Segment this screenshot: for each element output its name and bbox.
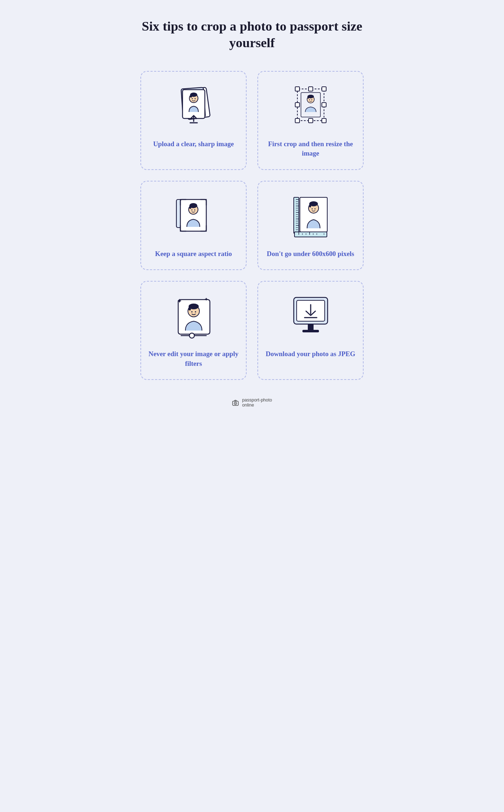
pixels-icon <box>287 192 334 243</box>
brand-text: passport-photo online <box>242 398 272 408</box>
svg-rect-49 <box>294 232 327 237</box>
card-download: Download your photo as JPEG <box>257 281 364 380</box>
svg-rect-12 <box>322 87 326 91</box>
svg-rect-15 <box>309 87 313 91</box>
svg-point-82 <box>235 403 236 404</box>
svg-rect-79 <box>302 330 319 332</box>
svg-rect-29 <box>189 206 191 209</box>
svg-point-24 <box>311 99 312 100</box>
card-pixels: Don't go under 600x600 pixels <box>257 181 364 270</box>
svg-point-73 <box>189 333 194 338</box>
svg-point-62 <box>311 208 312 209</box>
svg-point-23 <box>309 99 310 100</box>
svg-point-31 <box>194 209 195 210</box>
upload-photo-icon <box>170 82 217 133</box>
svg-point-7 <box>194 98 195 99</box>
card-4-label: Don't go under 600x600 pixels <box>267 249 354 259</box>
tips-grid: Upload a clear, sharp image <box>140 71 364 380</box>
svg-point-68 <box>191 311 193 313</box>
svg-rect-32 <box>294 197 299 233</box>
svg-point-30 <box>191 209 192 210</box>
page-title: Six tips to crop a photo to passport siz… <box>140 18 364 51</box>
card-6-label: Download your photo as JPEG <box>266 349 355 359</box>
brand-logo: passport-photo online <box>232 398 272 408</box>
footer: passport-photo online <box>140 398 364 408</box>
brand-line2: online <box>242 403 272 408</box>
svg-rect-22 <box>307 96 309 99</box>
svg-text:✦: ✦ <box>204 296 208 302</box>
card-1-label: Upload a clear, sharp image <box>153 139 234 149</box>
svg-rect-61 <box>309 204 311 207</box>
crop-resize-icon <box>287 82 334 133</box>
svg-rect-14 <box>322 118 326 123</box>
svg-point-63 <box>314 208 315 209</box>
svg-rect-17 <box>295 103 300 107</box>
no-filter-icon: ✦ ✦ <box>170 292 217 343</box>
svg-text:✦: ✦ <box>177 297 182 305</box>
page: Six tips to crop a photo to passport siz… <box>126 0 378 430</box>
download-jpeg-icon <box>287 292 334 343</box>
card-no-filter: ✦ ✦ Never edit your image or apply filte… <box>140 281 247 380</box>
svg-point-6 <box>192 98 193 99</box>
card-square-ratio: Keep a square aspect ratio <box>140 181 247 270</box>
svg-rect-18 <box>322 103 326 107</box>
card-3-label: Keep a square aspect ratio <box>155 249 232 259</box>
svg-rect-78 <box>308 324 314 331</box>
svg-rect-5 <box>190 95 192 98</box>
camera-icon <box>232 399 239 407</box>
card-upload: Upload a clear, sharp image <box>140 71 247 170</box>
card-5-label: Never edit your image or apply filters <box>148 349 239 368</box>
svg-rect-11 <box>295 87 300 91</box>
card-crop-resize: First crop and then resize the image <box>257 71 364 170</box>
svg-rect-16 <box>309 118 313 123</box>
svg-rect-13 <box>295 118 300 123</box>
square-ratio-icon <box>170 192 217 243</box>
card-2-label: First crop and then resize the image <box>265 139 356 158</box>
svg-rect-67 <box>189 306 191 310</box>
brand-line1: passport-photo <box>242 398 272 403</box>
svg-point-69 <box>195 311 196 313</box>
